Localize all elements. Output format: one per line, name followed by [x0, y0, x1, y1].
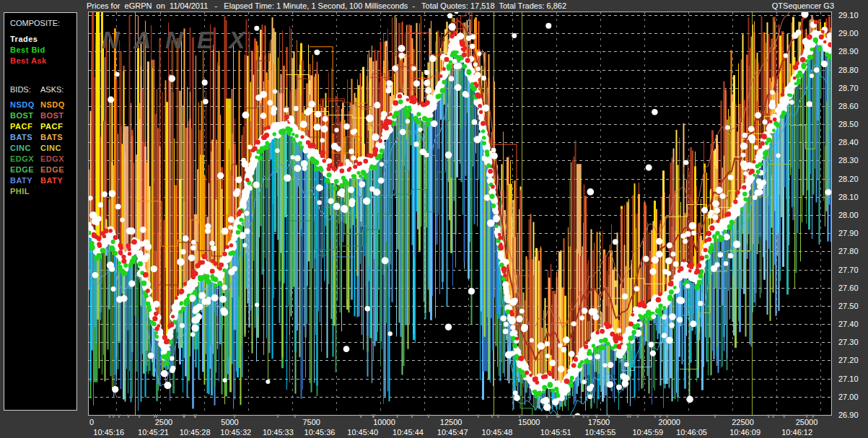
- axis-v-marker: ∨: [571, 413, 576, 419]
- legend-bid-item: CINC: [10, 144, 31, 152]
- legend-bid-item: BATS: [10, 133, 32, 141]
- legend-bid-item: NSDQ: [10, 100, 35, 109]
- x-time-tick-label: 10:45:48: [482, 428, 513, 437]
- legend-composite-item: Trades: [10, 35, 38, 43]
- x-time-tick-label: 10:45:51: [540, 428, 571, 437]
- y-axis-label: 26.90: [838, 411, 859, 419]
- axis-v-marker: ∨: [117, 413, 121, 419]
- axis-v-marker: ∨: [152, 413, 157, 419]
- y-axis-label: 27.90: [838, 229, 859, 237]
- legend-ask-item: BATS: [40, 133, 63, 141]
- axis-v-marker: ∨: [410, 413, 414, 419]
- y-axis-label: 27.60: [838, 284, 859, 292]
- chart-plot-area: [88, 12, 832, 416]
- legend-bid-item: BATY: [10, 176, 32, 185]
- axis-v-marker: ∨: [805, 413, 809, 419]
- y-axis-label: 28.20: [838, 175, 859, 183]
- axis-v-marker: ∨: [771, 413, 776, 419]
- axis-v-marker: ∨: [713, 413, 717, 419]
- legend-bid-item: PHIL: [10, 187, 30, 196]
- title-bar: Prices for eGRPN on 11/04/2011 - Elapsed…: [0, 0, 868, 12]
- x-time-tick-label: 10:45:16: [93, 428, 124, 437]
- y-axis-label: 28.40: [838, 138, 859, 146]
- legend-ask-item: EDGX: [40, 154, 64, 163]
- legend-composite-item: Best Bid: [10, 45, 45, 54]
- y-axis-label: 28.50: [838, 120, 859, 128]
- axis-v-marker: ∨: [595, 413, 599, 419]
- legend-bid-item: BOST: [10, 111, 34, 120]
- axis-v-marker: ∨: [371, 413, 375, 419]
- y-axis-label: 28.10: [838, 193, 859, 201]
- x-time-tick-label: 10:46:12: [781, 428, 812, 437]
- legend-ask-item: PACF: [40, 122, 63, 131]
- legend-ask-item: EDGE: [40, 165, 64, 174]
- bids-heading: BIDS:: [10, 85, 31, 94]
- axis-v-marker: ∨: [586, 413, 590, 419]
- legend-ask-item: BATY: [40, 176, 63, 185]
- app-name: QTSequencer G3: [772, 1, 834, 10]
- axis-v-marker: ∨: [766, 413, 771, 419]
- axis-v-marker: ∨: [126, 413, 131, 419]
- axis-v-marker: ∨: [811, 413, 815, 419]
- x-time-tick-label: 10:45:32: [220, 428, 251, 437]
- y-axis-label: 29.00: [838, 29, 859, 38]
- legend-panel: COMPOSITE: TradesBest BidBest Ask BIDS: …: [4, 12, 77, 411]
- x-time-tick-label: 10:45:40: [347, 428, 378, 437]
- time-axis: 10:45:1610:45:2110:45:2810:45:3210:45:33…: [89, 428, 831, 437]
- x-time-tick-label: 10:45:44: [393, 428, 424, 437]
- axis-v-marker: ∨: [193, 413, 198, 419]
- y-axis-label: 27.30: [838, 338, 859, 346]
- y-axis-label: 27.40: [838, 320, 859, 328]
- axis-v-marker: ∨: [496, 413, 501, 419]
- axis-v-marker: ∨: [636, 413, 640, 419]
- x-time-tick-label: 10:45:55: [585, 428, 616, 437]
- y-axis-label: 29.10: [838, 11, 859, 19]
- axis-v-marker: ∨: [111, 413, 115, 419]
- x-time-tick-label: 10:45:33: [263, 428, 294, 437]
- y-axis-label: 27.70: [838, 266, 859, 274]
- quote-chart-canvas[interactable]: [89, 12, 831, 415]
- axis-v-marker: ∨: [276, 413, 280, 419]
- y-axis-label: 28.70: [838, 84, 859, 92]
- y-axis-label: 27.10: [838, 375, 859, 383]
- axis-v-marker: ∨: [558, 413, 562, 419]
- axis-v-marker: ∨: [653, 413, 657, 419]
- x-time-tick-label: 10:45:28: [180, 428, 211, 437]
- axis-v-marker: ∨: [137, 413, 141, 419]
- axis-v-marker: ∨: [359, 413, 363, 419]
- qtsequencer-window: Prices for eGRPN on 11/04/2011 - Elapsed…: [0, 0, 868, 438]
- axis-v-marker: ∨: [517, 413, 522, 419]
- y-axis-label: 27.50: [838, 302, 859, 310]
- y-axis-label: 28.80: [838, 66, 859, 74]
- legend-ask-item: BOST: [40, 111, 64, 120]
- y-axis-label: 27.80: [838, 247, 859, 255]
- window-title: Prices for eGRPN on 11/04/2011 - Elapsed…: [87, 1, 566, 10]
- x-time-tick-label: 10:45:21: [138, 428, 169, 437]
- y-axis-label: 28.90: [838, 47, 859, 56]
- x-time-tick-label: 10:46:09: [729, 428, 760, 437]
- legend-composite-item: Best Ask: [10, 56, 47, 65]
- axis-v-marker: ∨: [665, 413, 670, 419]
- axis-v-marker: ∨: [395, 413, 400, 419]
- x-time-tick-label: 10:46:05: [676, 428, 707, 437]
- y-axis-label: 27.20: [838, 356, 859, 364]
- axis-v-marker: ∨: [182, 413, 186, 419]
- axis-v-marker: ∨: [782, 413, 786, 419]
- legend-bid-item: PACF: [10, 122, 32, 131]
- asks-heading: ASKS:: [40, 85, 63, 94]
- x-time-tick-label: 10:45:59: [632, 428, 663, 437]
- y-axis-label: 28.60: [838, 102, 859, 110]
- price-axis: 29.1029.0028.9028.8028.7028.6028.5028.40…: [836, 0, 868, 438]
- axis-v-marker: ∨: [626, 413, 630, 419]
- axis-v-marker: ∨: [607, 413, 611, 419]
- legend-ask-item: CINC: [40, 144, 61, 152]
- axis-v-marker: ∨: [426, 413, 431, 419]
- composite-heading: COMPOSITE:: [10, 19, 60, 27]
- axis-v-marker: ∨: [545, 413, 549, 419]
- y-axis-label: 27.00: [838, 393, 859, 401]
- axis-v-marker: ∨: [658, 413, 662, 419]
- axis-v-marker: ∨: [232, 413, 237, 419]
- y-axis-label: 28.00: [838, 211, 859, 219]
- x-time-tick-label: 10:45:47: [437, 428, 468, 437]
- legend-bid-item: EDGX: [10, 154, 34, 163]
